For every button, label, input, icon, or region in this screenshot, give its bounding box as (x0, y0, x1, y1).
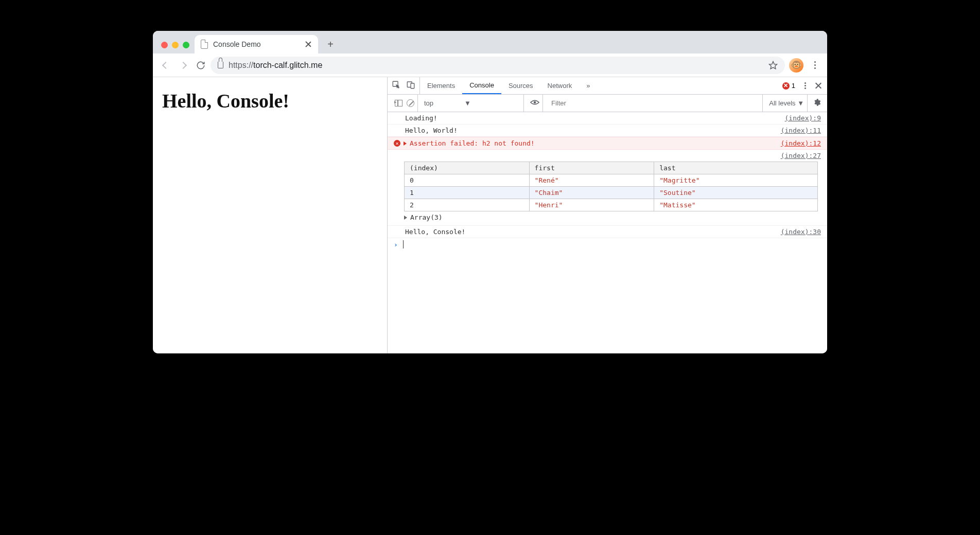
error-icon: ✕ (394, 140, 400, 147)
svg-rect-3 (411, 83, 414, 88)
array-summary[interactable]: Array(3) (393, 211, 827, 223)
tab-title: Console Demo (213, 40, 261, 48)
minimize-window-button[interactable] (172, 42, 179, 48)
source-link[interactable]: (index):9 (785, 114, 821, 122)
tab-sources[interactable]: Sources (501, 77, 540, 94)
source-link[interactable]: (index):30 (781, 228, 821, 236)
execution-context-select[interactable]: top ▼ (424, 99, 471, 107)
browser-window: Console Demo + https://torch-calf.glitch… (153, 31, 827, 353)
maximize-window-button[interactable] (183, 42, 189, 48)
table-row: 1 "Chaim" "Soutine" (405, 187, 818, 199)
log-row: Hello, Console! (index):30 (388, 226, 827, 238)
expand-triangle-icon (404, 216, 407, 220)
new-tab-button[interactable]: + (323, 37, 338, 51)
console-output: Loading! (index):9 Hello, World! (index)… (388, 112, 827, 353)
clear-console-icon[interactable] (407, 99, 414, 107)
console-table: (index) first last 0 "René" "Magritte" (404, 162, 818, 211)
svg-marker-0 (769, 61, 777, 68)
window-controls (158, 42, 195, 53)
browser-tab[interactable]: Console Demo (195, 35, 318, 53)
chevron-down-icon: ▼ (464, 99, 471, 107)
tab-network[interactable]: Network (540, 77, 580, 94)
source-link[interactable]: (index):12 (781, 139, 821, 147)
lock-icon (218, 62, 223, 68)
bookmark-star-icon[interactable] (768, 61, 778, 70)
table-header[interactable]: (index) (405, 162, 530, 174)
devtools-panel: Elements Console Sources Network » ✕ 1 (387, 77, 827, 353)
error-count-badge[interactable]: ✕ 1 (782, 82, 795, 90)
close-tab-button[interactable] (305, 41, 312, 48)
browser-menu-button[interactable] (808, 58, 822, 73)
log-row: Loading! (index):9 (388, 112, 827, 124)
close-devtools-button[interactable] (815, 82, 822, 90)
page-icon (201, 40, 208, 49)
svg-point-4 (534, 101, 536, 104)
log-levels-select[interactable]: All levels ▼ (769, 99, 804, 107)
table-header[interactable]: last (654, 162, 818, 174)
tab-elements[interactable]: Elements (420, 77, 462, 94)
console-toolbar: top ▼ All levels ▼ (388, 95, 827, 112)
device-toolbar-icon[interactable] (406, 80, 415, 91)
more-tabs-button[interactable]: » (579, 77, 597, 94)
content-area: Hello, Console! Elements Console Sources… (153, 77, 827, 353)
inspect-element-icon[interactable] (392, 80, 401, 91)
text-cursor (403, 240, 404, 248)
filter-input[interactable] (549, 98, 759, 108)
expand-triangle-icon[interactable] (404, 141, 407, 146)
source-link[interactable]: (index):11 (781, 127, 821, 134)
console-prompt[interactable]: › (388, 238, 827, 251)
log-row: Hello, World! (index):11 (388, 124, 827, 137)
url-text: https://torch-calf.glitch.me (229, 61, 322, 70)
toolbar: https://torch-calf.glitch.me (153, 53, 827, 77)
prompt-chevron-icon: › (394, 241, 398, 248)
page-viewport: Hello, Console! (153, 77, 387, 353)
profile-avatar[interactable] (789, 58, 803, 73)
devtools-tabbar: Elements Console Sources Network » ✕ 1 (388, 77, 827, 95)
address-bar[interactable]: https://torch-calf.glitch.me (211, 57, 785, 74)
tab-console[interactable]: Console (462, 77, 501, 94)
table-row: 2 "Henri" "Matisse" (405, 199, 818, 211)
table-row: 0 "René" "Magritte" (405, 174, 818, 187)
devtools-tabs: Elements Console Sources Network » (420, 77, 598, 94)
table-header[interactable]: first (529, 162, 654, 174)
page-heading: Hello, Console! (162, 90, 378, 112)
back-button[interactable] (158, 58, 173, 73)
reload-button[interactable] (193, 58, 208, 73)
forward-button[interactable] (176, 58, 191, 73)
table-log: (index):27 (index) first last 0 "René" "… (388, 150, 827, 226)
console-sidebar-toggle-icon[interactable] (395, 100, 402, 106)
error-row: ✕ Assertion failed: h2 not found! (index… (388, 137, 827, 150)
close-window-button[interactable] (161, 42, 168, 48)
devtools-menu-button[interactable] (800, 81, 810, 91)
error-icon: ✕ (782, 82, 790, 90)
source-link[interactable]: (index):27 (781, 152, 821, 159)
live-expression-icon[interactable] (530, 99, 539, 108)
tab-strip: Console Demo + (153, 31, 827, 53)
console-settings-icon[interactable] (811, 98, 823, 108)
